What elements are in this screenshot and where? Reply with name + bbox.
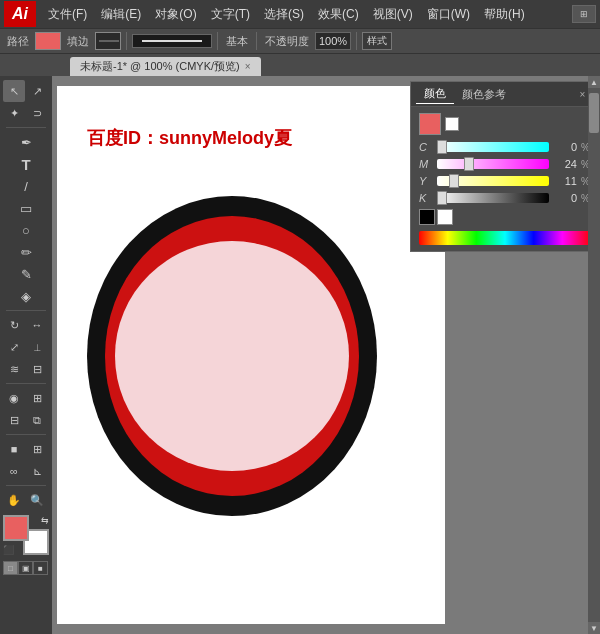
main-area: ↖ ↗ ✦ ⊃ ✒ T / ▭ ○ ✏ ✎ ◈ ↻ ↔ ⤢ ⟂ ≋ ⊟ ◉ — [0, 76, 600, 634]
document-tab[interactable]: 未标题-1* @ 100% (CMYK/预览) × — [70, 57, 261, 76]
scroll-up-btn[interactable]: ▲ — [588, 76, 600, 88]
active-color-swatch[interactable] — [419, 113, 441, 135]
toolbar-divider-3 — [256, 32, 257, 50]
tab-close-btn[interactable]: × — [245, 61, 251, 72]
rect-tool[interactable]: ▭ — [3, 197, 49, 219]
opacity-label: 不透明度 — [262, 34, 312, 49]
c-label: C — [419, 141, 433, 153]
fill-color-swatch[interactable] — [35, 32, 61, 50]
menu-window[interactable]: 窗口(W) — [421, 4, 476, 25]
slice-tool[interactable]: ⊟ — [3, 409, 25, 431]
free-distort[interactable]: ⊟ — [26, 358, 48, 380]
y-slider[interactable] — [437, 176, 549, 186]
path-label: 路径 — [4, 34, 32, 49]
rotate-tool[interactable]: ↻ — [3, 314, 25, 336]
reset-colors-icon[interactable]: ⬛ — [3, 545, 14, 555]
zoom-tool[interactable]: 🔍 — [26, 489, 48, 511]
tab-bar: 未标题-1* @ 100% (CMYK/预览) × — [0, 54, 600, 76]
menu-file[interactable]: 文件(F) — [42, 4, 93, 25]
artboard-tool[interactable]: ⧉ — [26, 409, 48, 431]
stroke-swatch[interactable] — [95, 32, 121, 50]
scroll-down-btn[interactable]: ▼ — [588, 622, 600, 634]
panel-icon[interactable]: ⊞ — [572, 5, 596, 23]
c-thumb[interactable] — [437, 140, 447, 154]
ellipse-tool[interactable]: ○ — [3, 219, 49, 241]
line-tool[interactable]: / — [3, 175, 49, 197]
tool-divider-3 — [6, 383, 46, 384]
menu-view[interactable]: 视图(V) — [367, 4, 419, 25]
eraser-tool[interactable]: ◈ — [3, 285, 49, 307]
k-thumb[interactable] — [437, 191, 447, 205]
menu-effect[interactable]: 效果(C) — [312, 4, 365, 25]
inactive-color-swatch[interactable] — [445, 117, 459, 131]
rotate-tools: ↻ ↔ — [3, 314, 49, 336]
mesh-tool[interactable]: ⊞ — [26, 438, 48, 460]
pencil-tool[interactable]: ✎ — [3, 263, 49, 285]
fullscreen-btn[interactable]: ■ — [33, 561, 48, 575]
graph-tool[interactable]: ⊞ — [26, 387, 48, 409]
vertical-scrollbar[interactable]: ▲ ▼ — [588, 76, 600, 634]
m-slider[interactable] — [437, 159, 549, 169]
fullscreen-preview-btn[interactable]: ▣ — [18, 561, 33, 575]
panel-body: C 0 % M 24 % Y — [411, 107, 599, 251]
cmyk-preview-row — [419, 113, 591, 135]
k-slider[interactable] — [437, 193, 549, 203]
bw-swatches — [419, 209, 591, 225]
select-tool[interactable]: ↖ — [3, 80, 25, 102]
stroke-preview[interactable] — [132, 34, 212, 48]
options-toolbar: 路径 填边 基本 不透明度 样式 — [0, 28, 600, 54]
k-label: K — [419, 192, 433, 204]
direct-select-tool[interactable]: ↗ — [26, 80, 48, 102]
c-slider[interactable] — [437, 142, 549, 152]
m-value: 24 — [553, 158, 577, 170]
white-swatch[interactable] — [437, 209, 453, 225]
opacity-input[interactable] — [315, 32, 351, 50]
y-label: Y — [419, 175, 433, 187]
blend-tool[interactable]: ∞ — [3, 460, 25, 482]
menu-edit[interactable]: 编辑(E) — [95, 4, 147, 25]
canvas-area: 百度ID：sunnyMelody夏 颜色 颜色参考 × × — [52, 76, 600, 634]
tool-divider-4 — [6, 434, 46, 435]
menubar: Ai 文件(F) 编辑(E) 对象(O) 文字(T) 选择(S) 效果(C) 视… — [0, 0, 600, 28]
menu-select[interactable]: 选择(S) — [258, 4, 310, 25]
menu-help[interactable]: 帮助(H) — [478, 4, 531, 25]
shear-tool[interactable]: ⟂ — [26, 336, 48, 358]
reflect-tool[interactable]: ↔ — [26, 314, 48, 336]
swap-colors-icon[interactable]: ⇆ — [41, 515, 49, 525]
selection-tools: ↖ ↗ — [3, 80, 49, 102]
scroll-thumb[interactable] — [589, 93, 599, 133]
gradient-tool[interactable]: ■ — [3, 438, 25, 460]
eyedropper-tool[interactable]: ⊾ — [26, 460, 48, 482]
panel-tab-color[interactable]: 颜色 — [416, 84, 454, 104]
menu-text[interactable]: 文字(T) — [205, 4, 256, 25]
type-tool[interactable]: T — [3, 153, 49, 175]
symbol-tool[interactable]: ◉ — [3, 387, 25, 409]
warp-tool[interactable]: ≋ — [3, 358, 25, 380]
paintbrush-tool[interactable]: ✏ — [3, 241, 49, 263]
normal-view-btn[interactable]: □ — [3, 561, 18, 575]
toolbar-divider-1 — [126, 32, 127, 50]
artwork-container — [87, 196, 377, 516]
c-slider-row: C 0 % — [419, 141, 591, 153]
foreground-swatch[interactable] — [3, 515, 29, 541]
gradient-tools: ■ ⊞ — [3, 438, 49, 460]
spectrum-bar[interactable] — [419, 231, 591, 245]
scale-tool[interactable]: ⤢ — [3, 336, 25, 358]
black-swatch[interactable] — [419, 209, 435, 225]
style-button[interactable]: 样式 — [362, 32, 392, 50]
hand-tool[interactable]: ✋ — [3, 489, 25, 511]
canvas[interactable]: 百度ID：sunnyMelody夏 — [57, 86, 445, 624]
panel-tab-color-guide[interactable]: 颜色参考 — [454, 85, 514, 104]
pen-tool[interactable]: ✒ — [3, 131, 49, 153]
magic-wand-tool[interactable]: ✦ — [3, 102, 25, 124]
artboard-tools: ⊟ ⧉ — [3, 409, 49, 431]
y-thumb[interactable] — [449, 174, 459, 188]
lasso-tool[interactable]: ⊃ — [26, 102, 48, 124]
watermark-text: 百度ID：sunnyMelody夏 — [87, 126, 292, 150]
inner-oval — [115, 241, 349, 471]
m-thumb[interactable] — [464, 157, 474, 171]
app-logo: Ai — [4, 1, 36, 27]
toolbar-divider-2 — [217, 32, 218, 50]
menu-object[interactable]: 对象(O) — [149, 4, 202, 25]
color-swatches: ⇆ ⬛ — [3, 515, 49, 555]
